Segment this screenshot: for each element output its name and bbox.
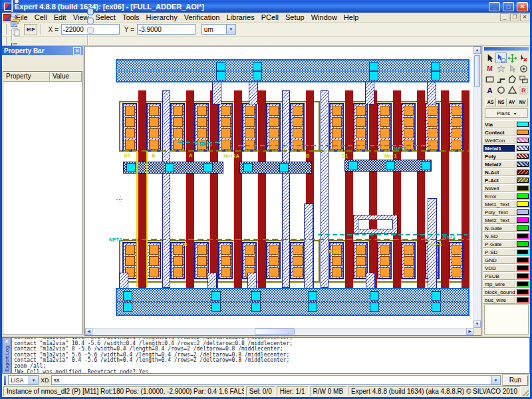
tool-rletter-icon[interactable]: R <box>518 84 529 95</box>
layer-swatch[interactable] <box>515 176 530 184</box>
tool-mletter-icon[interactable]: M <box>484 63 495 74</box>
layer-row-gnd[interactable]: GND <box>483 256 530 264</box>
layer-swatch[interactable] <box>515 168 530 176</box>
layer-name[interactable]: GND <box>483 256 515 264</box>
layer-name[interactable]: Error <box>483 192 515 200</box>
close-icon[interactable]: ✕ <box>73 47 81 55</box>
resize-grip[interactable] <box>522 386 529 396</box>
layer-row-met1_text[interactable]: Met1_Text <box>483 200 530 208</box>
layer-name[interactable]: block_boundary <box>483 288 515 296</box>
chevron-down-icon[interactable]: ▾ <box>226 25 235 34</box>
layer-name[interactable]: Contact <box>483 128 515 136</box>
layer-swatch[interactable] <box>515 144 530 152</box>
layer-swatch[interactable] <box>515 272 530 280</box>
run-button[interactable]: Run <box>503 375 528 386</box>
cella-icon[interactable] <box>9 11 20 20</box>
mode-button-as[interactable]: AS <box>485 98 496 106</box>
layer-swatch[interactable] <box>515 216 530 224</box>
command-input[interactable]: ss ▾ <box>51 375 501 385</box>
language-dropdown[interactable]: LISA ▾ <box>8 375 39 385</box>
layer-name[interactable]: P-Act <box>483 176 515 184</box>
layer-row-error[interactable]: Error <box>483 192 530 200</box>
vertical-scroll-thumb[interactable] <box>474 55 480 87</box>
tool-arrow-del-icon[interactable] <box>518 53 529 63</box>
layer-name[interactable]: Poly <box>483 152 515 160</box>
layer-row-met2_text[interactable]: Met2_Text <box>483 216 530 224</box>
tool-grayarrow-icon[interactable] <box>507 63 518 74</box>
scroll-right-arrow[interactable]: ▶ <box>466 328 473 335</box>
chevron-down-icon[interactable]: ▾ <box>491 376 500 384</box>
close-icon[interactable]: ✕ <box>3 338 10 345</box>
chevron-down-icon[interactable]: ▾ <box>29 376 38 384</box>
canvas-horizontal-scrollbar[interactable]: ◀ ▶ <box>85 328 473 335</box>
layer-swatch[interactable] <box>515 200 530 208</box>
minimize-button[interactable]: _ <box>489 2 500 11</box>
layer-swatch[interactable] <box>515 264 530 272</box>
layer-swatch[interactable] <box>515 160 530 168</box>
layer-row-n-gate[interactable]: N-Gate <box>483 224 530 232</box>
layer-name[interactable]: VDD <box>483 264 515 272</box>
layer-swatch[interactable] <box>515 256 530 264</box>
units-dropdown[interactable]: um ▾ <box>201 24 236 35</box>
property-column-header[interactable]: Property <box>3 72 50 82</box>
tool-rect-o-icon[interactable] <box>484 74 495 84</box>
layer-row-p-act[interactable]: P-Act <box>483 176 530 184</box>
tool-circle-o-icon[interactable] <box>495 84 507 95</box>
layer-swatch[interactable] <box>515 280 530 288</box>
layer-name[interactable]: bus_wire <box>483 296 515 304</box>
menu-cell[interactable]: Cell <box>31 13 51 21</box>
layer-swatch[interactable] <box>515 120 530 128</box>
layer-name[interactable]: N-SD <box>483 232 515 240</box>
layer-row-block_boundary[interactable]: block_boundary <box>483 288 530 296</box>
layer-name[interactable]: Via <box>483 120 515 128</box>
layer-swatch[interactable] <box>515 136 530 144</box>
tool-group2-icon[interactable] <box>518 74 529 84</box>
db1-icon[interactable] <box>85 7 96 17</box>
db3-icon[interactable] <box>85 26 96 35</box>
mode-button-nv[interactable]: NV <box>517 98 528 106</box>
menu-setup[interactable]: Setup <box>282 13 308 21</box>
layer-name[interactable]: P-Gate <box>483 240 515 248</box>
layer-row-metal2[interactable]: Metal2 <box>483 160 530 168</box>
layer-name[interactable]: Metal1 <box>483 144 515 152</box>
layer-row-n-act[interactable]: N-Act <box>483 168 530 176</box>
log-output[interactable]: contact "m1a2via" 12.8 -5.6 /width=0.4 /… <box>11 337 530 374</box>
layer-swatch[interactable] <box>515 152 530 160</box>
layer-swatch[interactable] <box>515 296 530 304</box>
eif-button[interactable]: EIF <box>24 24 37 35</box>
layer-row-metal1[interactable]: Metal1 <box>483 144 530 152</box>
layer-row-poly_text[interactable]: Poly_Text <box>483 208 530 216</box>
layer-swatch[interactable] <box>515 184 530 192</box>
ic-layout-drawing[interactable]: OTBANn+1ABS1Nn+1BNn+1Nn+1NET4NET4NET4Nn+… <box>85 47 473 328</box>
menu-libraries[interactable]: Libraries <box>223 13 257 21</box>
layer-row-vdd[interactable]: VDD <box>483 264 530 272</box>
layer-swatch[interactable] <box>515 208 530 216</box>
layer-row-contact[interactable]: Contact <box>483 128 530 136</box>
menu-tools[interactable]: Tools <box>119 13 143 21</box>
canvas-vertical-scrollbar[interactable]: ▲ ▼ <box>473 47 481 328</box>
mdi-restore-button[interactable]: ❐ <box>510 13 519 21</box>
layer-name[interactable]: Poly_Text <box>483 208 515 216</box>
layer-row-bus_wire[interactable]: bus_wire <box>483 296 530 304</box>
layer-swatch[interactable] <box>515 248 530 256</box>
scroll-up-arrow[interactable]: ▲ <box>473 47 481 54</box>
menu-window[interactable]: Window <box>308 13 340 21</box>
layer-name[interactable]: PSUB <box>483 272 515 280</box>
layer-name[interactable]: Met2_Text <box>483 216 515 224</box>
mode-button-ns[interactable]: NS <box>496 98 507 106</box>
cellb-icon[interactable] <box>9 20 20 29</box>
layer-row-poly[interactable]: Poly <box>483 152 530 160</box>
db2-icon[interactable] <box>85 17 96 26</box>
layer-name[interactable]: N-Act <box>483 168 515 176</box>
layer-row-n-sd[interactable]: N-SD <box>483 232 530 240</box>
layout-canvas[interactable]: OTBANn+1ABS1Nn+1BNn+1Nn+1NET4NET4NET4Nn+… <box>84 46 481 336</box>
tool-target-icon[interactable] <box>518 63 529 74</box>
horizontal-scroll-thumb[interactable] <box>255 329 295 334</box>
tool-tri-o-icon[interactable] <box>507 84 518 95</box>
expert-log-tab[interactable]: ✕ Expert Log <box>2 337 11 374</box>
layer-name[interactable]: P-SD <box>483 248 515 256</box>
menu-select[interactable]: Select <box>92 13 119 21</box>
maximize-button[interactable]: □ <box>503 2 514 11</box>
menu-hierarchy[interactable]: Hierarchy <box>143 13 181 21</box>
layer-name[interactable]: mp_wire <box>483 280 515 288</box>
